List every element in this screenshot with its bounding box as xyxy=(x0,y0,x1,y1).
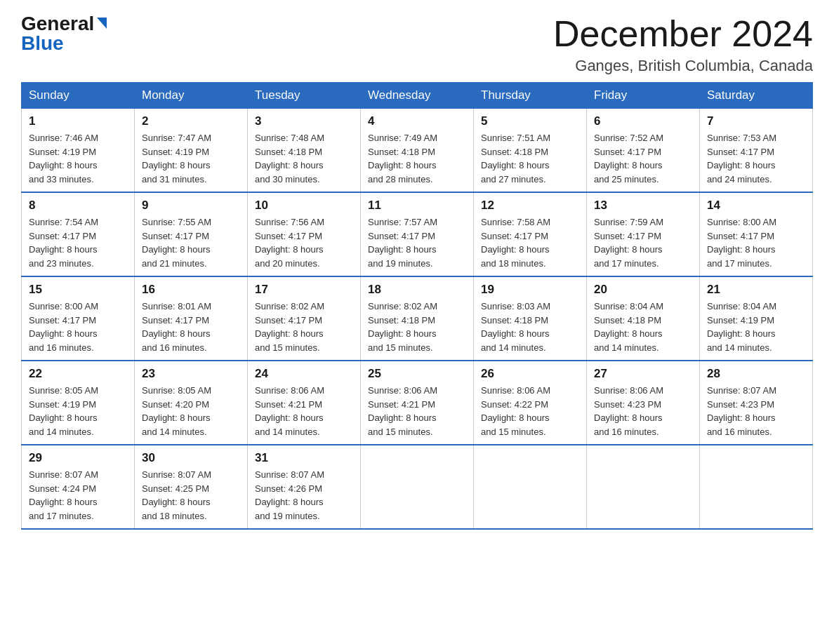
weekday-header-thursday: Thursday xyxy=(474,83,587,109)
logo-text-blue: Blue xyxy=(21,34,64,53)
day-number: 20 xyxy=(594,283,692,297)
day-number: 28 xyxy=(707,367,805,381)
day-info: Sunrise: 8:07 AMSunset: 4:23 PMDaylight:… xyxy=(707,384,805,438)
calendar-cell xyxy=(700,445,813,529)
calendar-cell: 28Sunrise: 8:07 AMSunset: 4:23 PMDayligh… xyxy=(700,361,813,445)
calendar-cell: 30Sunrise: 8:07 AMSunset: 4:25 PMDayligh… xyxy=(135,445,248,529)
day-number: 1 xyxy=(29,114,127,128)
day-info: Sunrise: 8:03 AMSunset: 4:18 PMDaylight:… xyxy=(481,300,579,354)
page-header: General Blue December 2024 Ganges, Briti… xyxy=(21,14,813,75)
day-info: Sunrise: 7:58 AMSunset: 4:17 PMDaylight:… xyxy=(481,215,579,270)
logo-text-general: General xyxy=(21,14,94,34)
calendar-cell: 26Sunrise: 8:06 AMSunset: 4:22 PMDayligh… xyxy=(474,361,587,445)
calendar-cell: 1Sunrise: 7:46 AMSunset: 4:19 PMDaylight… xyxy=(22,109,135,193)
calendar-week-row: 8Sunrise: 7:54 AMSunset: 4:17 PMDaylight… xyxy=(22,192,813,276)
day-info: Sunrise: 7:57 AMSunset: 4:17 PMDaylight:… xyxy=(368,215,466,270)
day-info: Sunrise: 8:01 AMSunset: 4:17 PMDaylight:… xyxy=(142,300,240,354)
day-number: 9 xyxy=(142,199,240,213)
calendar-cell: 5Sunrise: 7:51 AMSunset: 4:18 PMDaylight… xyxy=(474,109,587,193)
calendar-cell: 15Sunrise: 8:00 AMSunset: 4:17 PMDayligh… xyxy=(22,276,135,361)
weekday-header-wednesday: Wednesday xyxy=(361,83,474,109)
calendar-cell: 16Sunrise: 8:01 AMSunset: 4:17 PMDayligh… xyxy=(135,276,248,361)
day-info: Sunrise: 8:05 AMSunset: 4:20 PMDaylight:… xyxy=(142,384,240,438)
day-info: Sunrise: 8:07 AMSunset: 4:25 PMDaylight:… xyxy=(142,468,240,523)
calendar-cell: 2Sunrise: 7:47 AMSunset: 4:19 PMDaylight… xyxy=(135,109,248,193)
calendar-cell: 29Sunrise: 8:07 AMSunset: 4:24 PMDayligh… xyxy=(22,445,135,529)
day-number: 14 xyxy=(707,199,805,213)
day-number: 11 xyxy=(368,199,466,213)
day-info: Sunrise: 7:48 AMSunset: 4:18 PMDaylight:… xyxy=(255,131,353,186)
calendar-cell: 3Sunrise: 7:48 AMSunset: 4:18 PMDaylight… xyxy=(248,109,361,193)
day-number: 30 xyxy=(142,451,240,465)
location-title: Ganges, British Columbia, Canada xyxy=(553,57,813,75)
day-number: 24 xyxy=(255,367,353,381)
day-number: 8 xyxy=(29,199,127,213)
day-number: 15 xyxy=(29,283,127,297)
calendar-cell xyxy=(361,445,474,529)
day-info: Sunrise: 8:00 AMSunset: 4:17 PMDaylight:… xyxy=(707,215,805,270)
day-number: 17 xyxy=(255,283,353,297)
day-number: 18 xyxy=(368,283,466,297)
calendar-cell: 27Sunrise: 8:06 AMSunset: 4:23 PMDayligh… xyxy=(587,361,700,445)
day-number: 19 xyxy=(481,283,579,297)
day-number: 26 xyxy=(481,367,579,381)
day-info: Sunrise: 7:53 AMSunset: 4:17 PMDaylight:… xyxy=(707,131,805,186)
calendar-cell: 19Sunrise: 8:03 AMSunset: 4:18 PMDayligh… xyxy=(474,276,587,361)
weekday-header-row: SundayMondayTuesdayWednesdayThursdayFrid… xyxy=(22,83,813,109)
calendar-week-row: 1Sunrise: 7:46 AMSunset: 4:19 PMDaylight… xyxy=(22,109,813,193)
calendar-cell: 4Sunrise: 7:49 AMSunset: 4:18 PMDaylight… xyxy=(361,109,474,193)
day-number: 2 xyxy=(142,114,240,128)
day-number: 4 xyxy=(368,114,466,128)
calendar-cell: 21Sunrise: 8:04 AMSunset: 4:19 PMDayligh… xyxy=(700,276,813,361)
day-info: Sunrise: 8:06 AMSunset: 4:22 PMDaylight:… xyxy=(481,384,579,438)
calendar-cell: 10Sunrise: 7:56 AMSunset: 4:17 PMDayligh… xyxy=(248,192,361,276)
day-info: Sunrise: 7:52 AMSunset: 4:17 PMDaylight:… xyxy=(594,131,692,186)
day-info: Sunrise: 8:04 AMSunset: 4:18 PMDaylight:… xyxy=(594,300,692,354)
calendar-cell: 24Sunrise: 8:06 AMSunset: 4:21 PMDayligh… xyxy=(248,361,361,445)
day-number: 27 xyxy=(594,367,692,381)
calendar-table: SundayMondayTuesdayWednesdayThursdayFrid… xyxy=(21,82,813,530)
weekday-header-sunday: Sunday xyxy=(22,83,135,109)
day-info: Sunrise: 7:55 AMSunset: 4:17 PMDaylight:… xyxy=(142,215,240,270)
calendar-cell xyxy=(474,445,587,529)
weekday-header-tuesday: Tuesday xyxy=(248,83,361,109)
day-number: 10 xyxy=(255,199,353,213)
day-info: Sunrise: 7:54 AMSunset: 4:17 PMDaylight:… xyxy=(29,215,127,270)
day-number: 5 xyxy=(481,114,579,128)
day-number: 12 xyxy=(481,199,579,213)
day-number: 13 xyxy=(594,199,692,213)
logo: General Blue xyxy=(21,14,111,53)
day-number: 7 xyxy=(707,114,805,128)
day-info: Sunrise: 8:07 AMSunset: 4:26 PMDaylight:… xyxy=(255,468,353,523)
calendar-cell: 20Sunrise: 8:04 AMSunset: 4:18 PMDayligh… xyxy=(587,276,700,361)
day-info: Sunrise: 8:02 AMSunset: 4:17 PMDaylight:… xyxy=(255,300,353,354)
day-info: Sunrise: 7:47 AMSunset: 4:19 PMDaylight:… xyxy=(142,131,240,186)
calendar-cell: 25Sunrise: 8:06 AMSunset: 4:21 PMDayligh… xyxy=(361,361,474,445)
day-info: Sunrise: 8:02 AMSunset: 4:18 PMDaylight:… xyxy=(368,300,466,354)
calendar-week-row: 15Sunrise: 8:00 AMSunset: 4:17 PMDayligh… xyxy=(22,276,813,361)
day-number: 21 xyxy=(707,283,805,297)
weekday-header-friday: Friday xyxy=(587,83,700,109)
calendar-cell: 8Sunrise: 7:54 AMSunset: 4:17 PMDaylight… xyxy=(22,192,135,276)
day-info: Sunrise: 8:06 AMSunset: 4:23 PMDaylight:… xyxy=(594,384,692,438)
calendar-cell: 12Sunrise: 7:58 AMSunset: 4:17 PMDayligh… xyxy=(474,192,587,276)
calendar-cell: 11Sunrise: 7:57 AMSunset: 4:17 PMDayligh… xyxy=(361,192,474,276)
calendar-week-row: 22Sunrise: 8:05 AMSunset: 4:19 PMDayligh… xyxy=(22,361,813,445)
day-info: Sunrise: 8:04 AMSunset: 4:19 PMDaylight:… xyxy=(707,300,805,354)
calendar-cell: 13Sunrise: 7:59 AMSunset: 4:17 PMDayligh… xyxy=(587,192,700,276)
calendar-cell: 7Sunrise: 7:53 AMSunset: 4:17 PMDaylight… xyxy=(700,109,813,193)
calendar-cell: 18Sunrise: 8:02 AMSunset: 4:18 PMDayligh… xyxy=(361,276,474,361)
day-info: Sunrise: 7:51 AMSunset: 4:18 PMDaylight:… xyxy=(481,131,579,186)
calendar-cell: 6Sunrise: 7:52 AMSunset: 4:17 PMDaylight… xyxy=(587,109,700,193)
day-number: 16 xyxy=(142,283,240,297)
weekday-header-monday: Monday xyxy=(135,83,248,109)
calendar-cell: 31Sunrise: 8:07 AMSunset: 4:26 PMDayligh… xyxy=(248,445,361,529)
day-number: 23 xyxy=(142,367,240,381)
logo-triangle-icon xyxy=(94,16,110,32)
calendar-cell: 22Sunrise: 8:05 AMSunset: 4:19 PMDayligh… xyxy=(22,361,135,445)
day-info: Sunrise: 7:59 AMSunset: 4:17 PMDaylight:… xyxy=(594,215,692,270)
day-number: 29 xyxy=(29,451,127,465)
day-number: 6 xyxy=(594,114,692,128)
day-number: 22 xyxy=(29,367,127,381)
calendar-cell: 9Sunrise: 7:55 AMSunset: 4:17 PMDaylight… xyxy=(135,192,248,276)
